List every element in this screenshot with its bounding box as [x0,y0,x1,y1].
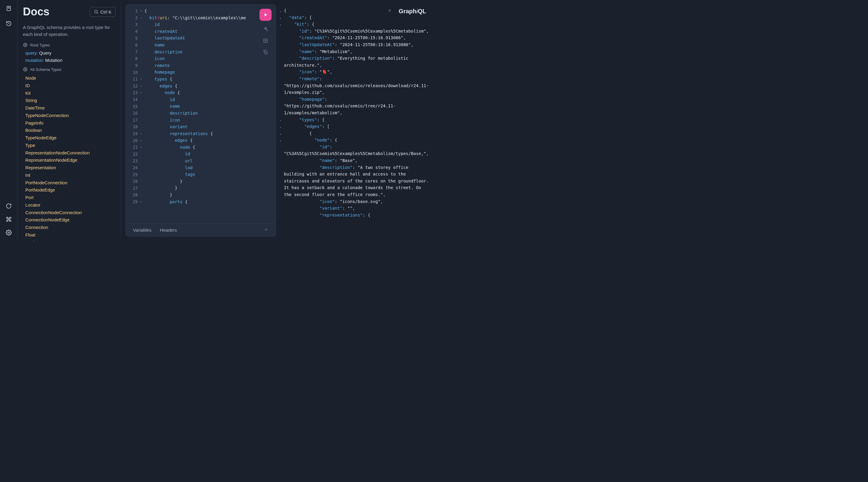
tab-variables[interactable]: Variables [133,227,151,232]
schema-type-item[interactable]: Int [25,172,116,178]
schema-type-item[interactable]: Port [25,194,116,201]
schema-type-item[interactable]: Float [25,232,116,238]
add-tab-button[interactable] [387,8,392,15]
svg-point-6 [24,43,27,47]
prettify-button[interactable] [262,26,269,32]
sparkle-icon [263,27,268,32]
history-icon[interactable] [6,21,12,27]
search-shortcut-label: Ctrl K [100,9,112,15]
schema-type-item[interactable]: Locator [25,202,116,208]
docs-title: Docs [23,5,50,18]
schema-type-item[interactable]: ConnectionNodeConnection [25,209,116,216]
brand-logo: GraphiQL [399,8,426,15]
copy-icon [263,50,268,55]
refresh-icon[interactable] [6,203,12,209]
schema-type-item[interactable]: RepresentationNodeConnection [25,150,116,156]
schema-type-item[interactable]: Type [25,142,116,149]
schema-type-item[interactable]: Boolean [25,127,116,134]
brand-area: GraphiQL [387,8,426,15]
copy-button[interactable] [262,49,269,55]
all-schema-types-header: All Schema Types [23,67,116,72]
editor-gutter: 1▾2▾34567891011▾12▾13▾141516171819▾20▾21… [126,4,139,223]
shortcuts-icon[interactable] [6,216,12,222]
schema-type-item[interactable]: DateTime [25,105,116,111]
editor-footer: Variables Headers [126,223,276,236]
docs-description: A GraphQL schema provides a root type fo… [23,24,116,38]
query-editor[interactable]: { kit(uri: "C:\\git\\semio\\examples\\me… [139,4,276,223]
play-icon [263,12,268,18]
schema-type-item[interactable]: Design [25,239,116,241]
schema-type-item[interactable]: ConnectionNodeEdge [25,217,116,223]
settings-icon[interactable] [6,230,12,235]
execute-button[interactable] [259,9,272,21]
schema-type-item[interactable]: TypeNodeEdge [25,135,116,141]
svg-point-4 [94,10,97,13]
root-types-icon [23,42,28,47]
root-type-row[interactable]: mutation:Mutation [25,58,116,63]
schema-types-icon [23,67,28,72]
left-toolbar [0,0,18,241]
docs-icon[interactable] [6,5,12,11]
schema-type-item[interactable]: String [25,97,116,104]
docs-panel: Docs Ctrl K A GraphQL schema provides a … [18,0,121,241]
schema-type-item[interactable]: Kit [25,90,116,96]
merge-icon [263,38,268,44]
schema-type-item[interactable]: Representation [25,164,116,171]
tab-headers[interactable]: Headers [160,227,177,232]
chevron-up-icon [264,227,269,232]
svg-point-3 [8,232,9,233]
svg-line-5 [97,13,98,13]
result-panel[interactable]: ▾{▾ "data": {▾ "kit": { "id": "C%3A%5Cgi… [276,4,430,237]
schema-type-item[interactable]: PageInfo [25,120,116,126]
schema-type-item[interactable]: Connection [25,224,116,231]
root-types-header: Root Types [23,42,116,47]
svg-rect-10 [265,52,267,54]
footer-toggle[interactable] [264,227,269,233]
schema-type-item[interactable]: RepresentationNodeEdge [25,157,116,164]
schema-type-item[interactable]: PortNodeEdge [25,187,116,193]
plus-icon [387,8,392,13]
schema-type-item[interactable]: TypeNodeConnection [25,112,116,119]
root-type-row[interactable]: query:Query [25,50,116,56]
main-area: 1▾2▾34567891011▾12▾13▾141516171819▾20▾21… [121,0,434,241]
svg-point-8 [25,69,26,70]
search-icon [94,9,98,14]
merge-button[interactable] [262,38,269,44]
schema-type-item[interactable]: ID [25,82,116,89]
search-button[interactable]: Ctrl K [90,7,116,17]
schema-type-item[interactable]: Node [25,75,116,81]
editor-panel: 1▾2▾34567891011▾12▾13▾141516171819▾20▾21… [125,4,276,237]
schema-type-item[interactable]: PortNodeConnection [25,179,116,186]
svg-point-7 [24,67,27,71]
